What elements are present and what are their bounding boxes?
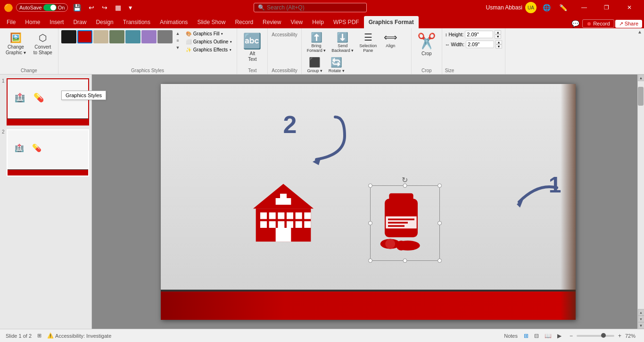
width-input[interactable] — [466, 41, 494, 48]
tab-view[interactable]: View — [286, 16, 307, 28]
color-swatch-black[interactable] — [61, 30, 76, 43]
group-button[interactable]: ⬛ Group ▾ — [305, 55, 325, 75]
tab-record[interactable]: Record — [230, 16, 258, 28]
slide-1-thumb[interactable]: 🏥 💊 — [7, 78, 89, 125]
tab-design[interactable]: Design — [91, 16, 118, 28]
handle-tl[interactable] — [368, 184, 372, 188]
slide-panel-toggle[interactable]: ⊞ — [37, 333, 41, 339]
svg-rect-5 — [269, 212, 275, 219]
handle-br[interactable] — [438, 259, 442, 263]
scroll-thumb[interactable] — [638, 87, 644, 106]
tab-graphicsformat[interactable]: Graphics Format — [364, 16, 419, 28]
notes-button[interactable]: Notes — [504, 333, 518, 339]
tab-wpspdf[interactable]: WPS PDF — [329, 16, 364, 28]
selection-pane-button[interactable]: ☰ SelectionPane — [357, 30, 379, 54]
tab-file[interactable]: File — [2, 16, 20, 28]
zoom-level[interactable]: 72% — [625, 333, 638, 339]
graphics-effects-item[interactable]: ✨ Graphics Effects ▾ — [184, 46, 234, 53]
accessibility-indicator[interactable]: ⚠️ Accessibility: Investigate — [47, 333, 111, 339]
handle-ml[interactable] — [368, 221, 372, 225]
tab-animations[interactable]: Animations — [155, 16, 192, 28]
swatch-scroll-down[interactable]: ▼ — [174, 44, 181, 51]
send-backward-button[interactable]: ⬇️ SendBackward ▾ — [329, 30, 356, 54]
zoom-slider-thumb[interactable] — [601, 333, 606, 338]
color-swatch-gray[interactable] — [157, 30, 173, 43]
width-spin-down[interactable]: ▼ — [495, 44, 502, 49]
tab-draw[interactable]: Draw — [68, 16, 91, 28]
bring-forward-button[interactable]: ⬆️ BringForward ▾ — [305, 30, 329, 54]
graphics-fill-item[interactable]: 🎨 Graphics Fill ▾ — [184, 30, 234, 37]
color-swatch-purple[interactable] — [141, 30, 157, 43]
color-swatch-red[interactable] — [77, 30, 92, 43]
graphics-styles-menu: 🎨 Graphics Fill ▾ ⬜ Graphics Outline ▾ ✨… — [184, 30, 234, 53]
zoom-slider[interactable] — [577, 335, 614, 337]
rotate-button[interactable]: 🔄 Rotate ▾ — [326, 55, 347, 75]
tab-review[interactable]: Review — [258, 16, 286, 28]
handle-bl[interactable] — [368, 259, 372, 263]
swatch-scroll-up[interactable]: ▲ — [174, 30, 181, 37]
handle-mr[interactable] — [438, 221, 442, 225]
width-spin-up[interactable]: ▲ — [495, 40, 502, 44]
scroll-down-button[interactable]: ▼ — [638, 322, 644, 329]
scroll-down-prev-button[interactable]: ▲ — [638, 309, 644, 316]
handle-bc[interactable] — [403, 259, 407, 263]
tab-help[interactable]: Help — [307, 16, 329, 28]
pen-button[interactable]: ✏️ — [557, 3, 570, 12]
slideshow-view-button[interactable]: ▶ — [555, 331, 564, 341]
save-button[interactable]: 💾 — [71, 3, 83, 12]
convert-shape-button[interactable]: ⬡ Convertto Shape — [31, 30, 55, 58]
title-bar: 🟠 AutoSave On 💾 ↩ ↪ ▦ ▾ 🔍 Usman Abbasi U… — [0, 0, 644, 15]
record-button[interactable]: ⏺ Record — [582, 19, 614, 28]
slide-panel: 1 🏥 💊 2 🏥 💊 — [0, 75, 92, 329]
right-edge-texture — [561, 84, 576, 320]
customize-button[interactable]: ▾ — [126, 3, 134, 12]
tab-transitions[interactable]: Transitions — [118, 16, 155, 28]
align-button[interactable]: ⟺ Align — [380, 30, 401, 50]
undo-button[interactable]: ↩ — [86, 3, 97, 12]
svg-rect-6 — [278, 212, 284, 219]
graphics-outline-item[interactable]: ⬜ Graphics Outline ▾ — [184, 38, 234, 45]
handle-tr[interactable] — [438, 184, 442, 188]
redo-button[interactable]: ↪ — [99, 3, 110, 12]
alt-text-button[interactable]: 🔤 AltText — [240, 30, 264, 64]
svg-rect-11 — [269, 221, 275, 228]
height-spin-up[interactable]: ▲ — [495, 30, 501, 34]
color-swatch-teal[interactable] — [125, 30, 140, 43]
globe-button[interactable]: 🌐 — [540, 3, 553, 12]
crop-button[interactable]: ✂️ Crop — [414, 30, 439, 58]
autosave-toggle[interactable] — [43, 4, 57, 11]
ribbon-collapse-button[interactable]: ▲ — [637, 29, 642, 34]
reading-view-button[interactable]: 📖 — [542, 331, 554, 341]
color-swatch-green[interactable] — [109, 30, 124, 43]
slide-sorter-button[interactable]: ⊟ — [532, 331, 541, 341]
height-spin-down[interactable]: ▼ — [495, 34, 501, 39]
tab-insert[interactable]: Insert — [45, 16, 68, 28]
slide-1-number: 1 — [2, 78, 5, 83]
hospital-graphic[interactable] — [250, 178, 316, 244]
presentation-view-button[interactable]: ▦ — [113, 3, 124, 12]
color-swatches-area — [61, 30, 173, 43]
share-button[interactable]: ↗ Share — [615, 20, 642, 28]
scroll-down-next-button[interactable]: ▼ — [638, 316, 644, 322]
height-input[interactable] — [465, 31, 493, 38]
change-graphic-button[interactable]: 🖼️ ChangeGraphic ▾ — [3, 30, 29, 58]
close-button[interactable]: ✕ — [619, 0, 640, 15]
ribbon-group-accessibility: Accessibility Accessibility — [268, 28, 301, 74]
minimize-button[interactable]: — — [573, 0, 595, 15]
restore-button[interactable]: ❐ — [596, 0, 618, 15]
zoom-in-button[interactable]: + — [616, 332, 623, 340]
search-input[interactable] — [267, 4, 356, 11]
canvas-area[interactable]: ↻ 1 2 — [92, 75, 644, 329]
tab-home[interactable]: Home — [20, 16, 45, 28]
slide-2-thumb[interactable]: 🏥 💊 — [7, 129, 89, 176]
color-swatch-tan[interactable] — [93, 30, 108, 43]
convert-shape-label: Convertto Shape — [33, 44, 52, 56]
normal-view-button[interactable]: ⊞ — [521, 331, 531, 341]
swatch-scroll-more[interactable]: ≡ — [174, 37, 181, 44]
zoom-out-button[interactable]: − — [568, 332, 575, 340]
autosave-control[interactable]: AutoSave On — [16, 3, 68, 12]
handle-tc[interactable] — [403, 184, 407, 188]
tab-slideshow[interactable]: Slide Show — [192, 16, 230, 28]
scroll-up-button[interactable]: ▲ — [638, 75, 644, 81]
chat-button[interactable]: 💬 — [570, 19, 581, 28]
